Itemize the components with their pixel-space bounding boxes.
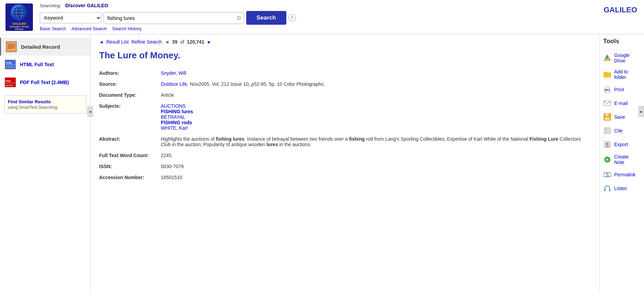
word-count-label: Full Text Word Count:	[99, 150, 161, 161]
accession-row: Accession Number: 18501510	[99, 172, 591, 183]
tool-export[interactable]: Export	[603, 138, 641, 151]
globe-icon	[11, 4, 28, 21]
tool-cite[interactable]: " Cite	[603, 124, 641, 138]
svg-point-26	[609, 90, 610, 91]
subject-item-1: AUCTIONS	[161, 103, 591, 109]
export-label: Export	[614, 142, 628, 147]
search-controls: Keyword ⊡ Search ?	[40, 11, 639, 25]
export-icon	[603, 140, 611, 149]
nav-arrow-right[interactable]: ►	[207, 39, 212, 45]
find-similar-title: Find Similar Results	[8, 99, 83, 104]
svg-text:PDF: PDF	[5, 80, 11, 83]
authors-value: Snyder, Will	[161, 68, 591, 79]
tool-google-drive[interactable]: GoogleDrive	[603, 50, 641, 66]
tool-listen[interactable]: Listen	[603, 182, 641, 195]
advanced-search-link[interactable]: Advanced Search	[72, 26, 107, 31]
abstract-label: Abstract:	[99, 133, 161, 150]
tool-permalink[interactable]: Permalink	[603, 168, 641, 182]
html-icon: HTML Full Text	[4, 58, 16, 71]
searching-source: Discover GALILEO	[65, 3, 108, 8]
search-top: Searching: Discover GALILEO	[40, 3, 639, 8]
subject-fishing-rods-link[interactable]: FISHING rods	[161, 120, 192, 125]
search-links: Basic Search Advanced Search Search Hist…	[40, 26, 639, 31]
abstract-row: Abstract: Highlights the auctions of fis…	[99, 133, 591, 150]
google-drive-icon	[603, 54, 611, 62]
nav-separator: ◄	[165, 39, 169, 45]
abstract-value: Highlights the auctions of fishing lures…	[161, 133, 591, 150]
source-link[interactable]: Outdoor Life	[161, 81, 187, 87]
listen-icon	[603, 184, 611, 192]
tool-save[interactable]: Save	[603, 110, 641, 124]
svg-text:+: +	[606, 157, 608, 162]
abstract-bold-3: Fishing Lure	[529, 136, 558, 142]
search-type-select[interactable]: Keyword	[40, 12, 102, 23]
subject-auctions-link[interactable]: AUCTIONS	[161, 103, 186, 109]
detailed-record-icon	[5, 40, 17, 53]
nav-total: 120,741	[187, 39, 204, 45]
create-note-icon: +	[603, 155, 611, 164]
add-to-folder-label: Add tofolder	[614, 69, 628, 80]
doc-type-row: Document Type: Article	[99, 90, 591, 101]
logo-galileo-text: GALILEO	[5, 22, 33, 25]
svg-text:Full Text: Full Text	[6, 66, 14, 68]
subject-item-5: WHITE, Karl	[161, 125, 591, 131]
subjects-row: Subjects: AUCTIONS FISHING lures BETRAYA…	[99, 101, 591, 133]
header: GALILEO Georgia's Virtual Library Search…	[0, 0, 644, 34]
tools-title: Tools	[603, 38, 641, 45]
source-label: Source:	[99, 79, 161, 90]
search-input[interactable]	[104, 12, 234, 24]
doc-type-label: Document Type:	[99, 90, 161, 101]
svg-rect-30	[605, 117, 610, 120]
source-row: Source: Outdoor Life. Nov2005, Vol. 212 …	[99, 79, 591, 90]
search-history-link[interactable]: Search History	[112, 26, 141, 31]
save-label: Save	[614, 114, 625, 120]
tool-print[interactable]: Print	[603, 83, 641, 96]
author-link[interactable]: Snyder, Will	[161, 70, 186, 76]
subject-item-4: FISHING rods	[161, 120, 591, 125]
pdf-full-text-label: PDF Full Text (2.4MB)	[20, 80, 69, 85]
refine-search-link[interactable]: Refine Search	[131, 39, 162, 45]
svg-rect-24	[605, 87, 609, 89]
issn-value: 0030-7076	[161, 161, 591, 172]
sidebar-collapse-button[interactable]: ◄	[87, 106, 93, 117]
source-value: Outdoor Life. Nov2005, Vol. 212 Issue 10…	[161, 79, 591, 90]
listen-label: Listen	[614, 186, 627, 191]
right-sidebar-expand-button[interactable]: ►	[639, 106, 644, 117]
abstract-bold-1: fishing lures	[216, 136, 244, 142]
find-similar-box[interactable]: Find Similar Results using SmartText Sea…	[4, 95, 86, 114]
sidebar-item-detailed-record[interactable]: Detailed Record	[0, 38, 91, 56]
svg-text:HTML: HTML	[6, 62, 12, 64]
sidebar-item-pdf-full-text[interactable]: PDF Full Text PDF Full Text (2.4MB)	[0, 73, 91, 91]
svg-text:Full Text: Full Text	[5, 84, 13, 86]
abstract-bold-4: lures	[266, 142, 278, 147]
svg-rect-39	[604, 189, 606, 191]
result-list-link[interactable]: Result List	[106, 39, 129, 45]
accession-label: Accession Number:	[99, 172, 161, 183]
subject-white-karl-link[interactable]: WHITE, Karl	[161, 125, 188, 131]
tool-create-note[interactable]: + CreateNote	[603, 151, 641, 168]
issn-label: ISSN:	[99, 161, 161, 172]
email-label: E-mail	[614, 101, 628, 106]
clear-search-icon[interactable]: ⊡	[234, 13, 244, 23]
svg-rect-5	[7, 42, 16, 51]
doc-type-value: Article	[161, 90, 591, 101]
logo-area: GALILEO Georgia's Virtual Library	[5, 3, 33, 31]
nav-arrow-left[interactable]: ◄	[99, 39, 104, 45]
permalink-label: Permalink	[614, 172, 635, 177]
tool-add-to-folder[interactable]: Add tofolder	[603, 66, 641, 83]
sidebar-item-html-full-text[interactable]: HTML Full Text HTML Full Text	[0, 56, 91, 73]
left-sidebar: ◄ Detailed Record	[0, 34, 91, 294]
authors-label: Authors:	[99, 68, 161, 79]
svg-rect-40	[609, 189, 610, 191]
cite-label: Cite	[614, 128, 623, 133]
subject-fishing-lures-link[interactable]: FISHING lures	[161, 109, 193, 114]
logo-sub-text: Georgia's Virtual Library	[5, 25, 33, 30]
tool-email[interactable]: E-mail	[603, 96, 641, 110]
subject-betrayal-link[interactable]: BETRAYAL	[161, 114, 185, 120]
search-button[interactable]: Search	[246, 11, 286, 25]
basic-search-link[interactable]: Basic Search	[40, 26, 66, 31]
help-icon[interactable]: ?	[288, 14, 296, 22]
create-note-label: CreateNote	[614, 154, 629, 165]
article-title: The Lure of Money.	[99, 50, 591, 61]
nav-of: of	[180, 39, 184, 45]
